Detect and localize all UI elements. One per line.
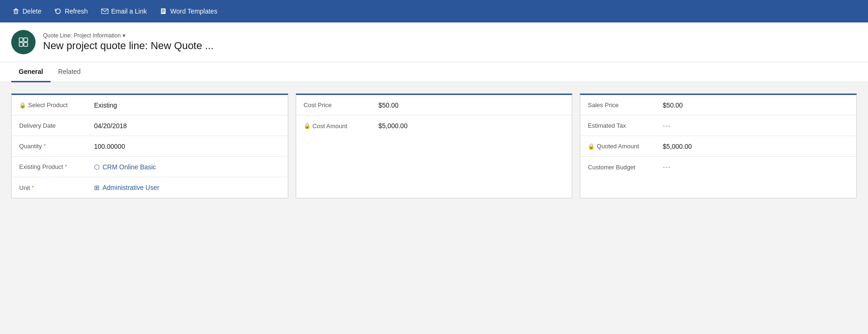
refresh-label: Refresh — [65, 7, 88, 15]
field-row-quoted-amount: 🔒 Quoted Amount $5,000.00 — [580, 136, 856, 157]
field-row-select-product: 🔒 Select Product Existing — [12, 95, 288, 116]
label-estimated-tax: Estimated Tax — [588, 122, 663, 129]
delete-button[interactable]: Delete — [7, 5, 46, 18]
value-estimated-tax: --- — [663, 122, 671, 130]
value-customer-budget: --- — [663, 163, 671, 171]
value-select-product: Existing — [94, 102, 117, 109]
page-title: New project quote line: New Quote ... — [43, 40, 213, 52]
word-templates-label: Word Templates — [170, 7, 218, 15]
email-link-button[interactable]: Email a Link — [96, 5, 152, 18]
svg-rect-6 — [19, 38, 23, 42]
svg-rect-8 — [19, 43, 23, 46]
field-row-customer-budget: Customer Budget --- — [580, 157, 856, 177]
required-star-quantity: * — [44, 144, 45, 149]
word-templates-chevron-icon: ▾ — [220, 7, 227, 15]
label-quoted-amount: 🔒 Quoted Amount — [588, 143, 663, 150]
word-icon — [160, 7, 168, 15]
delete-label: Delete — [22, 7, 41, 15]
field-row-delivery-date: Delivery Date 04/20/2018 — [12, 116, 288, 136]
label-select-product: 🔒 Select Product — [19, 102, 94, 109]
value-cost-price: $50.00 — [379, 102, 399, 109]
lock-icon-cost-amount: 🔒 — [304, 123, 311, 129]
field-row-quantity: Quantity * 100.00000 — [12, 136, 288, 157]
lock-icon-select-product: 🔒 — [19, 102, 26, 109]
tab-general[interactable]: General — [11, 62, 51, 82]
toolbar: Delete Refresh Email a Link Word Templat… — [0, 0, 868, 22]
svg-rect-1 — [15, 8, 17, 9]
label-delivery-date: Delivery Date — [19, 122, 94, 129]
entity-icon-unit: ⊞ — [94, 184, 100, 191]
field-row-cost-price: Cost Price $50.00 — [296, 95, 572, 116]
value-quantity: 100.00000 — [94, 143, 125, 150]
email-link-label: Email a Link — [111, 7, 147, 15]
breadcrumb-text: Quote Line: Project Information — [43, 32, 121, 39]
value-sales-price: $50.00 — [663, 102, 683, 109]
label-cost-price: Cost Price — [304, 102, 379, 109]
field-row-estimated-tax: Estimated Tax --- — [580, 116, 856, 136]
label-customer-budget: Customer Budget — [588, 164, 663, 171]
required-star-existing-product: * — [65, 164, 67, 169]
main-content: 🔒 Select Product Existing Delivery Date … — [0, 82, 868, 334]
form-grid: 🔒 Select Product Existing Delivery Date … — [11, 94, 857, 198]
label-cost-amount: 🔒 Cost Amount — [304, 123, 379, 130]
word-templates-button[interactable]: Word Templates ▾ — [155, 5, 233, 18]
tab-related[interactable]: Related — [51, 62, 88, 82]
breadcrumb[interactable]: Quote Line: Project Information ▾ — [43, 32, 213, 39]
middle-card: Cost Price $50.00 🔒 Cost Amount $5,000.0… — [296, 94, 573, 198]
label-unit: Unit * — [19, 184, 94, 191]
delete-icon — [12, 7, 20, 15]
svg-rect-7 — [24, 38, 28, 42]
refresh-icon — [54, 7, 62, 15]
page-header: Quote Line: Project Information ▾ New pr… — [0, 22, 868, 62]
field-row-sales-price: Sales Price $50.00 — [580, 95, 856, 116]
field-row-cost-amount: 🔒 Cost Amount $5,000.00 — [296, 116, 572, 136]
email-icon — [101, 7, 109, 15]
lock-icon-quoted-amount: 🔒 — [588, 143, 595, 150]
tabs-bar: General Related — [0, 62, 868, 82]
refresh-button[interactable]: Refresh — [50, 5, 92, 18]
breadcrumb-chevron-icon: ▾ — [123, 32, 125, 39]
value-cost-amount: $5,000.00 — [379, 122, 408, 130]
required-star-unit: * — [32, 185, 34, 190]
right-card: Sales Price $50.00 Estimated Tax --- 🔒 Q… — [580, 94, 857, 198]
value-quoted-amount: $5,000.00 — [663, 143, 692, 150]
label-existing-product: Existing Product * — [19, 163, 94, 170]
field-row-unit: Unit * ⊞ Administrative User — [12, 177, 288, 198]
svg-rect-9 — [24, 43, 28, 46]
cube-icon-product: ⬡ — [94, 163, 100, 171]
value-existing-product[interactable]: ⬡ CRM Online Basic — [94, 163, 156, 171]
left-card: 🔒 Select Product Existing Delivery Date … — [11, 94, 288, 198]
value-delivery-date: 04/20/2018 — [94, 122, 127, 130]
entity-icon — [11, 30, 36, 54]
header-text: Quote Line: Project Information ▾ New pr… — [43, 32, 213, 52]
label-quantity: Quantity * — [19, 143, 94, 150]
field-row-existing-product: Existing Product * ⬡ CRM Online Basic — [12, 157, 288, 177]
label-sales-price: Sales Price — [588, 102, 663, 109]
value-unit[interactable]: ⊞ Administrative User — [94, 184, 159, 191]
